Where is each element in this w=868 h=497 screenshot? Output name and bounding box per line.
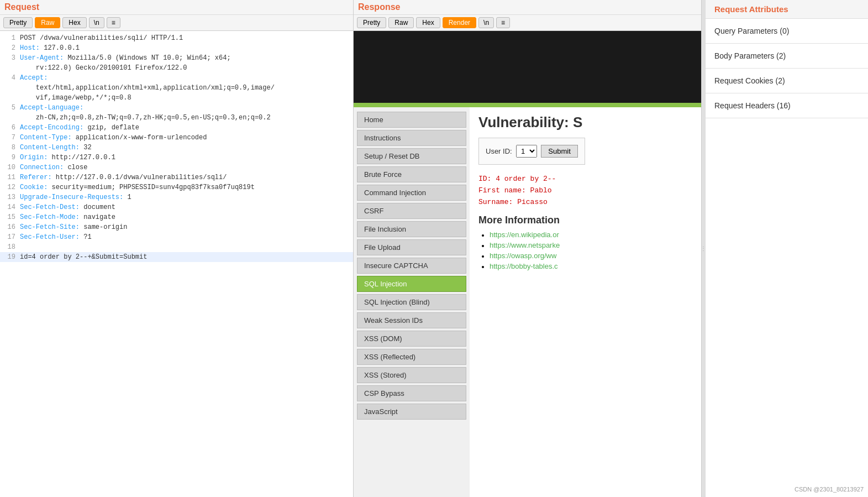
resp-tab-wrap[interactable]: ≡ (496, 17, 510, 28)
header-val: http://127.0.0.1 (48, 154, 115, 161)
nav-item-xss-dom[interactable]: XSS (DOM) (357, 331, 466, 347)
more-info-link[interactable]: https://bobby-tables.c (490, 262, 558, 270)
nav-item-sql-injection-blind[interactable]: SQL Injection (Blind) (357, 294, 466, 310)
line-number: 3 (2, 53, 15, 73)
header-val: zh-CN,zh;q=0.8,zh-TW;q=0.7,zh-HK;q=0.5,e… (20, 114, 271, 122)
resp-tab-pretty[interactable]: Pretty (357, 17, 386, 28)
nav-item-setup--reset-db[interactable]: Setup / Reset DB (357, 148, 466, 164)
header-key: Accept-Language: (20, 104, 83, 112)
line-content: POST /dvwa/vulnerabilities/sqli/ HTTP/1.… (20, 33, 183, 43)
response-tab-bar: Pretty Raw Hex Render \n ≡ (354, 15, 701, 31)
header-key: Connection: (20, 164, 64, 171)
line-number: 13 (2, 192, 15, 202)
watermark: CSDN @2301_80213927 (795, 486, 864, 493)
code-line-13: 13Upgrade-Insecure-Requests: 1 (0, 192, 353, 202)
attr-section-request-cookies-2[interactable]: Request Cookies (2) (706, 69, 868, 93)
request-tab-bar: Pretty Raw Hex \n ≡ (0, 15, 353, 31)
header-val: gzip, deflate (83, 124, 139, 132)
header-val: ?1 (80, 233, 92, 241)
nav-item-file-inclusion[interactable]: File Inclusion (357, 221, 466, 237)
nav-item-insecure-captcha[interactable]: Insecure CAPTCHA (357, 258, 466, 274)
resp-tab-newline[interactable]: \n (478, 17, 494, 28)
line-number: 10 (2, 163, 15, 172)
tab-newline[interactable]: \n (89, 17, 104, 28)
code-line-5: 5Accept-Language: zh-CN,zh;q=0.8,zh-TW;q… (0, 103, 353, 123)
code-line-7: 7Content-Type: application/x-www-form-ur… (0, 133, 353, 143)
header-val: text/html,application/xhtml+xml,applicat… (20, 84, 275, 102)
userid-select[interactable]: 1 2 3 4 (516, 145, 537, 158)
code-line-15: 15Sec-Fetch-Mode: navigate (0, 212, 353, 222)
header-val: navigate (80, 213, 115, 221)
nav-item-javascript[interactable]: JavaScript (357, 404, 466, 420)
nav-item-home[interactable]: Home (357, 112, 466, 128)
more-info-list-item: https://www.netsparke (490, 241, 692, 249)
nav-item-csp-bypass[interactable]: CSP Bypass (357, 385, 466, 401)
line-content: Referer: http://127.0.0.1/dvwa/vulnerabi… (20, 172, 227, 182)
line-number: 17 (2, 232, 15, 242)
attr-section-label: Query Parameters (0) (714, 27, 789, 35)
line-number: 18 (2, 242, 15, 252)
more-info-link[interactable]: https://en.wikipedia.or (490, 231, 559, 239)
more-info-link[interactable]: https://owasp.org/ww (490, 252, 556, 260)
nav-item-file-upload[interactable]: File Upload (357, 239, 466, 255)
header-val: 127.0.0.1 (40, 44, 80, 52)
browser-preview (354, 31, 701, 103)
request-title: Request (0, 0, 353, 15)
user-id-form: User ID: 1 2 3 4 Submit (478, 138, 585, 165)
more-info-list-item: https://en.wikipedia.or (490, 231, 692, 239)
header-key: Upgrade-Insecure-Requests: (20, 193, 123, 201)
tab-hex[interactable]: Hex (62, 17, 86, 28)
code-line-2: 2Host: 127.0.0.1 (0, 43, 353, 53)
line-content: id=4 order by 2--+&Submit=Submit (20, 252, 147, 262)
tab-wrap[interactable]: ≡ (107, 17, 120, 28)
resp-tab-hex[interactable]: Hex (416, 17, 440, 28)
query-result: ID: 4 order by 2-- First name: Pablo Sur… (478, 174, 692, 208)
more-info-section: More Information https://en.wikipedia.or… (478, 215, 692, 270)
response-panel: Response Pretty Raw Hex Render \n ≡ Home… (354, 0, 702, 497)
line-content: Accept: text/html,application/xhtml+xml,… (20, 73, 275, 103)
nav-item-xss-stored[interactable]: XSS (Stored) (357, 367, 466, 383)
more-info-link[interactable]: https://www.netsparke (490, 241, 560, 249)
submit-button[interactable]: Submit (541, 145, 577, 158)
line-content: Upgrade-Insecure-Requests: 1 (20, 192, 131, 202)
header-key: Referer: (20, 174, 52, 181)
nav-item-weak-session-ids[interactable]: Weak Session IDs (357, 312, 466, 328)
header-key: User-Agent: (20, 54, 64, 62)
nav-item-csrf[interactable]: CSRF (357, 203, 466, 219)
header-key: Sec-Fetch-Site: (20, 223, 80, 231)
attr-section-body-parameters-2[interactable]: Body Parameters (2) (706, 44, 868, 69)
attr-section-query-parameters-0[interactable]: Query Parameters (0) (706, 19, 868, 44)
attr-section-request-headers-16[interactable]: Request Headers (16) (706, 93, 868, 118)
more-info-list-item: https://bobby-tables.c (490, 262, 692, 270)
code-line-3: 3User-Agent: Mozilla/5.0 (Windows NT 10.… (0, 53, 353, 73)
resp-tab-raw[interactable]: Raw (388, 17, 414, 28)
header-val: same-origin (80, 223, 127, 231)
header-key: Cookie: (20, 184, 48, 191)
header-val: 32 (80, 144, 92, 151)
nav-item-instructions[interactable]: Instructions (357, 130, 466, 146)
nav-menu: HomeInstructionsSetup / Reset DBBrute Fo… (354, 107, 470, 497)
line-number: 19 (2, 252, 15, 262)
header-key: Content-Type: (20, 134, 72, 142)
nav-item-sql-injection[interactable]: SQL Injection (357, 276, 466, 292)
header-key: Origin: (20, 154, 48, 161)
tab-raw[interactable]: Raw (35, 17, 60, 28)
line-number: 2 (2, 43, 15, 53)
header-val: 1 (123, 193, 131, 201)
resp-tab-render[interactable]: Render (443, 17, 476, 28)
code-line-6: 6Accept-Encoding: gzip, deflate (0, 123, 353, 133)
code-line-14: 14Sec-Fetch-Dest: document (0, 202, 353, 212)
line-content: Sec-Fetch-Site: same-origin (20, 222, 127, 232)
nav-item-command-injection[interactable]: Command Injection (357, 185, 466, 201)
code-line-8: 8Content-Length: 32 (0, 143, 353, 153)
line-number: 4 (2, 73, 15, 103)
nav-item-xss-reflected[interactable]: XSS (Reflected) (357, 349, 466, 365)
line-number: 12 (2, 182, 15, 192)
tab-pretty[interactable]: Pretty (3, 17, 33, 28)
code-line-18: 18 (0, 242, 353, 252)
nav-item-brute-force[interactable]: Brute Force (357, 166, 466, 182)
request-panel: Request Pretty Raw Hex \n ≡ 1POST /dvwa/… (0, 0, 354, 497)
line-content: Sec-Fetch-Mode: navigate (20, 212, 115, 222)
header-val: application/x-www-form-urlencoded (72, 134, 207, 142)
response-title: Response (354, 0, 701, 15)
